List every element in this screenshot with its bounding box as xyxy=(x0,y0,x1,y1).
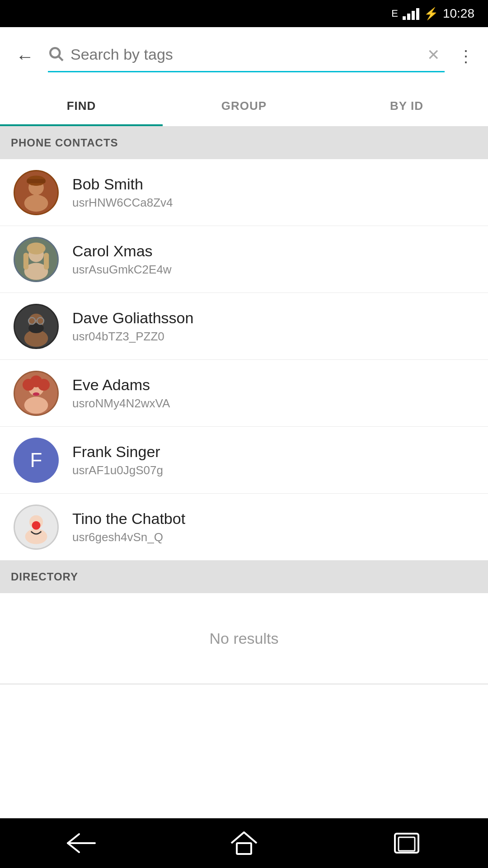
contact-item-eve[interactable]: Eve Adams usroNMy4N2wxVA xyxy=(0,360,488,427)
contact-name-dave: Dave Goliathsson xyxy=(72,309,474,327)
contact-info-bob: Bob Smith usrHNW6CCa8Zv4 xyxy=(72,175,474,210)
status-bar: E ⚡ 10:28 xyxy=(0,0,488,27)
contact-info-tino: Tino the Chatbot usr6gesh4vSn_Q xyxy=(72,510,474,544)
bottom-divider xyxy=(0,684,488,684)
svg-point-26 xyxy=(33,392,39,396)
back-arrow-icon: ← xyxy=(16,47,34,67)
contact-name-eve: Eve Adams xyxy=(72,376,474,394)
bottom-nav xyxy=(0,818,488,868)
tab-by-id[interactable]: BY ID xyxy=(325,86,488,126)
contact-id-tino: usr6gesh4vSn_Q xyxy=(72,530,474,544)
signal-icon: E xyxy=(391,8,398,19)
svg-rect-12 xyxy=(44,252,49,269)
contact-info-eve: Eve Adams usroNMy4N2wxVA xyxy=(72,376,474,410)
phone-contacts-label: PHONE CONTACTS xyxy=(11,137,118,149)
search-icon xyxy=(48,46,64,64)
phone-contacts-header: PHONE CONTACTS xyxy=(0,127,488,159)
contact-id-frank: usrAF1u0JgS07g xyxy=(72,463,474,477)
contact-info-carol: Carol Xmas usrAsuGmkC2E4w xyxy=(72,242,474,277)
contact-list: Bob Smith usrHNW6CCa8Zv4 Carol Xmas usrA… xyxy=(0,159,488,561)
contact-id-eve: usroNMy4N2wxVA xyxy=(72,396,474,410)
status-time: 10:28 xyxy=(443,6,474,21)
contact-id-bob: usrHNW6CCa8Zv4 xyxy=(72,196,474,210)
svg-point-10 xyxy=(27,242,45,254)
nav-recents-button[interactable] xyxy=(380,827,434,859)
avatar-tino xyxy=(14,505,59,550)
no-results-container: No results xyxy=(0,593,488,684)
clear-button[interactable]: ✕ xyxy=(422,43,445,66)
tab-group[interactable]: GROUP xyxy=(163,86,325,126)
tab-find[interactable]: FIND xyxy=(0,86,163,126)
nav-home-button[interactable] xyxy=(217,827,271,859)
status-icons: E ⚡ 10:28 xyxy=(391,6,474,21)
app-bar: ← ✕ ⋮ xyxy=(0,27,488,86)
contact-name-carol: Carol Xmas xyxy=(72,242,474,260)
avatar-eve xyxy=(14,371,59,416)
tabs-bar: FIND GROUP BY ID xyxy=(0,86,488,127)
contact-item-frank[interactable]: F Frank Singer usrAF1u0JgS07g xyxy=(0,427,488,494)
no-results-text: No results xyxy=(209,630,278,647)
svg-rect-32 xyxy=(237,843,251,854)
contact-info-frank: Frank Singer usrAF1u0JgS07g xyxy=(72,443,474,477)
svg-point-29 xyxy=(25,528,47,544)
signal-bars xyxy=(403,7,419,20)
svg-line-1 xyxy=(59,57,63,61)
contact-id-dave: usr04bTZ3_PZZ0 xyxy=(72,330,474,344)
search-input[interactable] xyxy=(70,46,422,63)
avatar-letter-frank: F xyxy=(14,438,59,483)
svg-point-0 xyxy=(50,48,60,57)
svg-point-22 xyxy=(24,396,48,414)
avatar-bob xyxy=(14,170,59,215)
more-options-button[interactable]: ⋮ xyxy=(452,41,479,72)
back-button[interactable]: ← xyxy=(9,41,41,72)
contact-item-carol[interactable]: Carol Xmas usrAsuGmkC2E4w xyxy=(0,226,488,293)
contact-item-tino[interactable]: Tino the Chatbot usr6gesh4vSn_Q xyxy=(0,494,488,561)
avatar-carol xyxy=(14,237,59,282)
battery-icon: ⚡ xyxy=(424,7,438,21)
clear-icon: ✕ xyxy=(427,46,440,64)
svg-rect-6 xyxy=(27,179,45,183)
svg-point-4 xyxy=(24,194,48,212)
contact-item-dave[interactable]: Dave Goliathsson usr04bTZ3_PZZ0 xyxy=(0,293,488,360)
contact-item-bob[interactable]: Bob Smith usrHNW6CCa8Zv4 xyxy=(0,159,488,226)
svg-rect-11 xyxy=(23,252,28,269)
avatar-frank: F xyxy=(14,438,59,483)
avatar-dave xyxy=(14,304,59,349)
directory-header: DIRECTORY xyxy=(0,561,488,593)
svg-point-30 xyxy=(32,521,41,529)
search-bar: ✕ xyxy=(48,41,445,72)
svg-point-25 xyxy=(38,379,50,391)
nav-back-button[interactable] xyxy=(54,827,108,859)
contact-id-carol: usrAsuGmkC2E4w xyxy=(72,263,474,277)
contact-name-bob: Bob Smith xyxy=(72,175,474,193)
svg-rect-34 xyxy=(399,837,415,851)
directory-label: DIRECTORY xyxy=(11,571,78,583)
contact-info-dave: Dave Goliathsson usr04bTZ3_PZZ0 xyxy=(72,309,474,344)
contact-name-frank: Frank Singer xyxy=(72,443,474,461)
contact-name-tino: Tino the Chatbot xyxy=(72,510,474,528)
more-dots-icon: ⋮ xyxy=(458,47,473,66)
